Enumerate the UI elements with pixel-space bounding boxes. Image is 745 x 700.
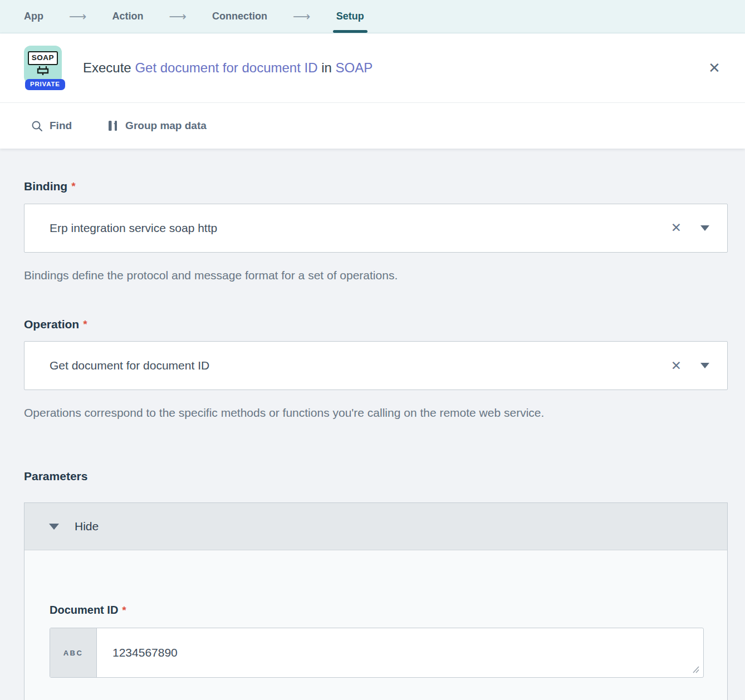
step-connection-label: Connection bbox=[212, 11, 267, 22]
binding-label: Binding * bbox=[24, 180, 728, 194]
binding-section: Binding * Erp integration service soap h… bbox=[24, 180, 728, 282]
title-prefix: Execute bbox=[83, 60, 131, 75]
clear-icon[interactable]: ✕ bbox=[666, 220, 686, 235]
parameters-panel: Hide Document ID * ABC 1234567890 bbox=[24, 502, 728, 700]
stepper-arrow-icon: ⟶ bbox=[169, 0, 187, 33]
group-map-data-button[interactable]: Group map data bbox=[107, 120, 207, 132]
map-toolbar: Find Group map data bbox=[0, 103, 745, 149]
document-id-input-group: ABC 1234567890 bbox=[50, 628, 704, 678]
chevron-down-icon[interactable] bbox=[700, 363, 709, 368]
operation-section: Operation * Get document for document ID… bbox=[24, 318, 728, 420]
plug-icon bbox=[35, 66, 51, 76]
step-setup-label: Setup bbox=[336, 11, 364, 22]
step-app-label: App bbox=[24, 11, 43, 22]
title-infix: in bbox=[321, 60, 332, 75]
soap-sign-label: SOAP bbox=[28, 51, 58, 65]
operation-help-text: Operations correspond to the specific me… bbox=[24, 406, 728, 420]
input-type-indicator[interactable]: ABC bbox=[50, 628, 97, 677]
stepper-arrow-icon: ⟶ bbox=[293, 0, 311, 33]
step-action[interactable]: Action bbox=[112, 0, 144, 33]
find-label: Find bbox=[50, 120, 72, 132]
group-map-data-label: Group map data bbox=[125, 120, 207, 132]
soap-app-icon: SOAP PRIVATE bbox=[24, 46, 62, 90]
collapse-toggle-label: Hide bbox=[75, 520, 99, 533]
private-badge: PRIVATE bbox=[25, 79, 65, 91]
stepper-arrow-icon: ⟶ bbox=[69, 0, 87, 33]
close-icon[interactable]: ✕ bbox=[706, 60, 723, 76]
required-asterisk: * bbox=[83, 318, 87, 332]
collapse-triangle-icon bbox=[49, 524, 59, 530]
operation-select[interactable]: Get document for document ID ✕ bbox=[24, 341, 728, 390]
document-id-value: 1234567890 bbox=[112, 646, 178, 659]
setup-form: Binding * Erp integration service soap h… bbox=[0, 149, 745, 700]
resize-handle-icon[interactable] bbox=[691, 665, 700, 674]
binding-select-value: Erp integration service soap http bbox=[50, 221, 666, 235]
wizard-stepper: App ⟶ Action ⟶ Connection ⟶ Setup bbox=[0, 0, 745, 33]
active-step-underline bbox=[333, 30, 367, 33]
step-setup[interactable]: Setup bbox=[336, 0, 364, 33]
operation-select-value: Get document for document ID bbox=[50, 359, 666, 372]
binding-help-text: Bindings define the protocol and message… bbox=[24, 269, 728, 282]
page-title: Execute Get document for document ID in … bbox=[83, 60, 372, 76]
parameters-collapse-toggle[interactable]: Hide bbox=[24, 503, 727, 550]
search-icon bbox=[31, 120, 43, 132]
required-asterisk: * bbox=[122, 604, 126, 618]
clear-icon[interactable]: ✕ bbox=[666, 358, 686, 373]
chevron-down-icon[interactable] bbox=[700, 225, 709, 231]
parameters-panel-body: Document ID * ABC 1234567890 bbox=[24, 550, 727, 700]
required-asterisk: * bbox=[71, 180, 75, 194]
operation-link[interactable]: Get document for document ID bbox=[135, 60, 317, 75]
step-app[interactable]: App bbox=[24, 0, 43, 33]
group-map-data-icon bbox=[107, 120, 119, 132]
parameters-section: Parameters Hide Document ID * ABC 123456… bbox=[24, 470, 728, 700]
document-id-label: Document ID * bbox=[50, 604, 704, 618]
soap-icon: SOAP bbox=[24, 46, 62, 83]
step-action-label: Action bbox=[112, 11, 144, 22]
binding-select[interactable]: Erp integration service soap http ✕ bbox=[24, 204, 728, 253]
find-button[interactable]: Find bbox=[31, 120, 72, 132]
app-link[interactable]: SOAP bbox=[336, 60, 373, 75]
parameters-label: Parameters bbox=[24, 470, 728, 483]
document-id-input[interactable]: 1234567890 bbox=[97, 628, 703, 677]
action-header: SOAP PRIVATE Execute Get document for do… bbox=[0, 33, 745, 103]
operation-label: Operation * bbox=[24, 318, 728, 332]
step-connection[interactable]: Connection bbox=[212, 0, 267, 33]
